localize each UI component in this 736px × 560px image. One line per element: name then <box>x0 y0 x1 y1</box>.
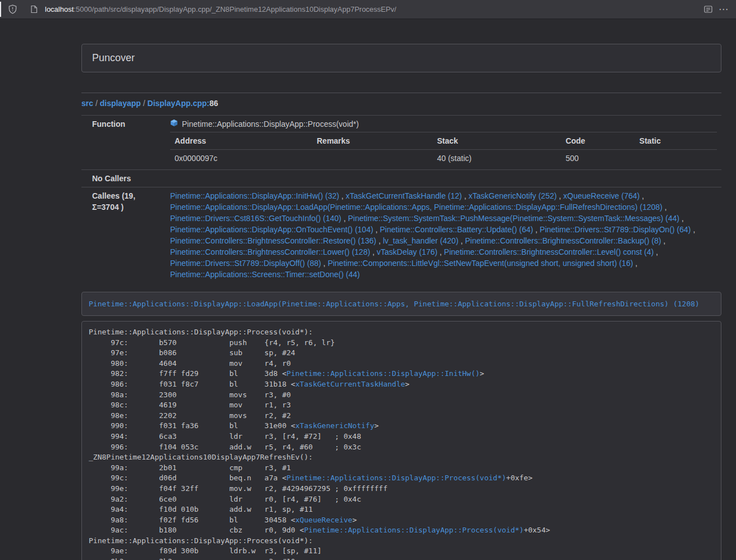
disassembly: Pinetime::Applications::DisplayApp::Proc… <box>89 327 714 560</box>
callee-separator: , <box>341 214 348 223</box>
breadcrumb-link[interactable]: DisplayApp.cpp: <box>148 99 209 108</box>
code-symbol-link[interactable]: Pinetime::Applications::DisplayApp::Proc… <box>286 474 506 482</box>
url-bar[interactable]: localhost:5000/path/src/displayapp/Displ… <box>26 2 700 17</box>
window-edge-artifact <box>0 2 1 17</box>
function-row-body: Pinetime::Applications::DisplayApp::Proc… <box>166 116 721 170</box>
callee-separator: , <box>653 247 658 256</box>
breadcrumb-line-number: 86 <box>209 99 218 108</box>
code-symbol-link[interactable]: xTaskGetCurrentTaskHandle <box>295 380 405 388</box>
callee-link[interactable]: Pinetime::Drivers::St7789::DisplayOff() … <box>170 259 321 268</box>
breadcrumb-separator: / <box>93 99 100 108</box>
code-symbol-link[interactable]: Pinetime::Applications::DisplayApp::Init… <box>286 369 479 378</box>
stats-header: Stack <box>433 132 561 150</box>
callee-link[interactable]: Pinetime::Applications::DisplayApp::Init… <box>170 191 339 200</box>
callee-separator: , <box>662 203 667 212</box>
url-path: :5000/path/src/displayapp/DisplayApp.cpp… <box>74 5 396 13</box>
table-row-callees: Callees (19, Σ=3704 ) Pinetime::Applicat… <box>81 187 721 283</box>
callee-separator: , <box>633 259 638 268</box>
tracking-protection-shield-icon[interactable] <box>4 2 20 17</box>
stats-value <box>635 150 717 167</box>
callee-link[interactable]: Pinetime::Controllers::Battery::Update()… <box>380 225 533 234</box>
table-row-function: Function Pinetime::Applications::Display… <box>81 116 721 170</box>
callee-link[interactable]: Pinetime::Controllers::BrightnessControl… <box>170 236 376 245</box>
callee-separator: , <box>462 191 469 200</box>
callee-link[interactable]: Pinetime::Applications::Screens::Timer::… <box>170 270 360 279</box>
stats-value: 40 (static) <box>433 150 561 167</box>
callee-separator: , <box>373 225 380 234</box>
callee-link[interactable]: Pinetime::Applications::DisplayApp::Load… <box>170 203 662 212</box>
callee-link[interactable]: Pinetime::Applications::DisplayApp::OnTo… <box>170 225 373 234</box>
callee-link[interactable]: Pinetime::Components::LittleVgl::SetNewT… <box>328 259 633 268</box>
function-table: Function Pinetime::Applications::Display… <box>81 115 721 283</box>
callee-separator: , <box>437 247 444 256</box>
stats-value <box>312 150 432 167</box>
callee-link[interactable]: Pinetime::Drivers::St7789::DisplayOn() (… <box>540 225 691 234</box>
stats-value: 500 <box>561 150 634 167</box>
breadcrumb: src / displayapp / DisplayApp.cpp:86 <box>81 98 721 109</box>
callee-link[interactable]: xTaskGetCurrentTaskHandle (12) <box>346 191 462 200</box>
stats-table: AddressRemarksStackCodeStatic 0x0000097c… <box>170 132 717 167</box>
code-symbol-link[interactable]: Pinetime::Applications::DisplayApp::Proc… <box>304 526 524 534</box>
breadcrumb-separator: / <box>141 99 148 108</box>
browser-toolbar: localhost:5000/path/src/displayapp/Displ… <box>0 0 736 19</box>
stats-header: Code <box>561 132 634 150</box>
callee-link[interactable]: Pinetime::Controllers::BrightnessControl… <box>170 247 370 256</box>
function-line: Pinetime::Applications::DisplayApp::Proc… <box>170 118 717 130</box>
callee-separator: , <box>639 191 644 200</box>
stats-value: 0x0000097c <box>170 150 312 167</box>
stats-header: Address <box>170 132 312 150</box>
callee-separator: , <box>459 236 465 245</box>
breadcrumb-link[interactable]: src <box>81 99 93 108</box>
breadcrumb-link[interactable]: displayapp <box>100 99 141 108</box>
page-title: Puncover <box>92 52 711 64</box>
stats-header: Remarks <box>312 132 432 150</box>
callee-separator: , <box>370 247 377 256</box>
reader-view-icon[interactable] <box>700 2 716 17</box>
callee-link[interactable]: xQueueReceive (764) <box>563 191 639 200</box>
symbol-cube-icon <box>170 118 178 130</box>
callee-link[interactable]: Pinetime::Drivers::Cst816S::GetTouchInfo… <box>170 214 341 223</box>
callee-link[interactable]: vTaskDelay (176) <box>377 247 437 256</box>
callee-separator: , <box>533 225 540 234</box>
callee-separator: , <box>691 225 696 234</box>
code-symbol-link[interactable]: xQueueReceive <box>295 516 353 524</box>
section-divider <box>81 93 721 93</box>
no-callers-cell <box>166 170 721 187</box>
stats-header: Static <box>635 132 717 150</box>
toolbar-left: localhost:5000/path/src/displayapp/Displ… <box>4 2 700 17</box>
url-text: localhost:5000/path/src/displayapp/Displ… <box>45 5 396 13</box>
callee-separator: , <box>339 191 346 200</box>
no-callers-label: No Callers <box>81 170 166 187</box>
main-content: Puncover src / displayapp / DisplayApp.c… <box>81 44 721 560</box>
callee-link[interactable]: lv_task_handler (420) <box>383 236 459 245</box>
callees-cell: Pinetime::Applications::DisplayApp::Init… <box>166 187 721 283</box>
callee-separator: , <box>557 191 564 200</box>
url-host: localhost <box>45 5 74 13</box>
page-header-panel: Puncover <box>81 44 721 72</box>
highlighted-symbol-panel: Pinetime::Applications::DisplayApp::Load… <box>81 292 721 316</box>
disassembly-panel: Pinetime::Applications::DisplayApp::Proc… <box>81 321 721 560</box>
callee-separator: , <box>661 236 666 245</box>
toolbar-right: ⋯ <box>700 2 732 17</box>
function-name: Pinetime::Applications::DisplayApp::Proc… <box>182 118 359 130</box>
page-icon <box>26 2 42 17</box>
highlighted-symbol-link[interactable]: Pinetime::Applications::DisplayApp::Load… <box>89 300 700 308</box>
callee-separator: , <box>679 214 684 223</box>
code-symbol-link[interactable]: xTaskGenericNotify <box>295 421 374 430</box>
stats-value-row: 0x0000097c40 (static)500 <box>170 150 717 167</box>
page-actions-menu-icon[interactable]: ⋯ <box>716 2 732 17</box>
callee-separator: , <box>321 259 328 268</box>
callee-separator: , <box>376 236 383 245</box>
callees-label: Callees (19, Σ=3704 ) <box>81 187 166 283</box>
callee-link[interactable]: Pinetime::Controllers::BrightnessControl… <box>465 236 661 245</box>
callee-link[interactable]: Pinetime::Controllers::BrightnessControl… <box>444 247 653 256</box>
callee-link[interactable]: xTaskGenericNotify (252) <box>468 191 556 200</box>
stats-header-row: AddressRemarksStackCodeStatic <box>170 132 717 150</box>
callee-link[interactable]: Pinetime::System::SystemTask::PushMessag… <box>348 214 680 223</box>
function-row-label: Function <box>81 116 166 170</box>
table-row-no-callers: No Callers <box>81 170 721 187</box>
